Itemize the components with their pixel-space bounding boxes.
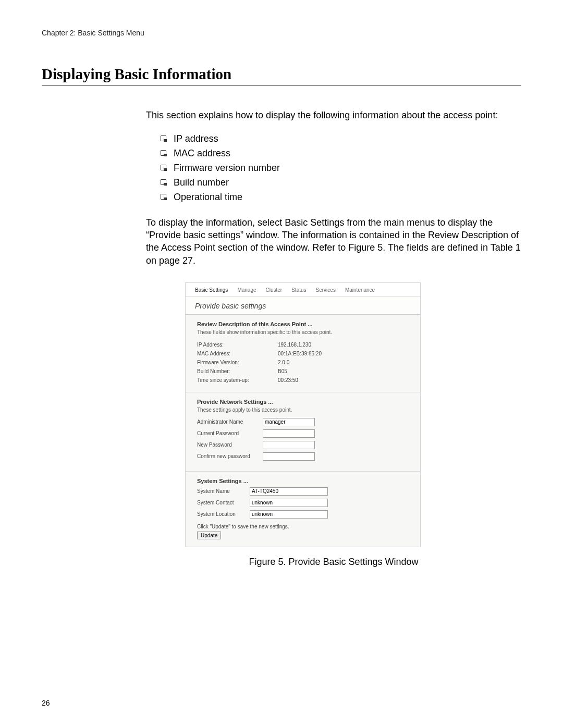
tab-basic-settings[interactable]: Basic Settings — [195, 287, 228, 293]
instruction-paragraph: To display the information, select Basic… — [146, 216, 521, 267]
build-label: Build Number: — [197, 367, 278, 376]
bullet-icon — [161, 194, 166, 200]
uptime-value: 00:23:50 — [278, 376, 298, 385]
tab-status[interactable]: Status — [291, 287, 306, 293]
mac-label: MAC Address: — [197, 349, 278, 358]
fw-value: 2.0.0 — [278, 358, 289, 367]
system-block: System Settings ... System Name System C… — [186, 472, 420, 547]
confirm-password-label: Confirm new password — [197, 453, 260, 459]
bullet-item: Operational time — [161, 190, 521, 205]
update-button[interactable]: Update — [197, 532, 221, 539]
tab-services[interactable]: Services — [316, 287, 336, 293]
bullet-icon — [161, 150, 166, 156]
tab-bar: Basic Settings Manage Cluster Status Ser… — [186, 283, 420, 297]
ip-label: IP Address: — [197, 340, 278, 349]
confirm-password-input[interactable] — [263, 452, 315, 461]
admin-name-input[interactable] — [263, 418, 315, 426]
fw-label: Firmware Version: — [197, 358, 278, 367]
admin-name-label: Administrator Name — [197, 419, 260, 425]
tab-cluster[interactable]: Cluster — [266, 287, 283, 293]
bullet-item: MAC address — [161, 146, 521, 161]
basic-settings-window: Basic Settings Manage Cluster Status Ser… — [185, 282, 421, 547]
bullet-icon — [161, 135, 166, 141]
network-block: Provide Network Settings ... These setti… — [186, 392, 420, 472]
system-location-label: System Location — [197, 511, 247, 517]
new-password-label: New Password — [197, 442, 260, 448]
bullet-text: Build number — [174, 176, 229, 190]
section-title: Displaying Basic Information — [42, 66, 521, 85]
bullet-text: Operational time — [174, 190, 242, 205]
bullet-icon — [161, 179, 166, 185]
current-password-input[interactable] — [263, 429, 315, 438]
bullet-icon — [161, 165, 166, 170]
bullet-text: Firmware version number — [174, 161, 280, 176]
build-value: B05 — [278, 367, 287, 376]
page-number: 26 — [42, 699, 50, 707]
intro-paragraph: This section explains how to display the… — [146, 109, 521, 121]
system-name-label: System Name — [197, 488, 247, 494]
system-contact-label: System Contact — [197, 500, 247, 505]
info-bullet-list: IP address MAC address Firmware version … — [161, 132, 521, 204]
chapter-header: Chapter 2: Basic Settings Menu — [42, 29, 521, 37]
current-password-label: Current Password — [197, 430, 260, 436]
system-location-input[interactable] — [250, 510, 328, 519]
new-password-input[interactable] — [263, 441, 315, 449]
bullet-text: IP address — [174, 132, 218, 146]
network-title: Provide Network Settings ... — [197, 399, 409, 405]
mac-value: 00:1A:EB:39:85:20 — [278, 349, 322, 358]
uptime-label: Time since system-up: — [197, 376, 278, 385]
bullet-item: Firmware version number — [161, 161, 521, 176]
update-hint: Click "Update" to save the new settings. — [197, 524, 409, 529]
review-title: Review Description of this Access Point … — [197, 321, 409, 327]
review-desc: These fields show information specific t… — [197, 329, 409, 335]
tab-manage[interactable]: Manage — [237, 287, 256, 293]
ip-value: 192.168.1.230 — [278, 340, 311, 349]
bullet-text: MAC address — [174, 146, 230, 161]
system-name-input[interactable] — [250, 487, 328, 496]
bullet-item: Build number — [161, 176, 521, 190]
tab-maintenance[interactable]: Maintenance — [345, 287, 375, 293]
review-block: Review Description of this Access Point … — [186, 315, 420, 392]
system-title: System Settings ... — [197, 478, 409, 484]
system-contact-input[interactable] — [250, 499, 328, 507]
network-desc: These settings apply to this access poin… — [197, 407, 409, 413]
bullet-item: IP address — [161, 132, 521, 146]
window-title: Provide basic settings — [186, 297, 420, 315]
figure-caption: Figure 5. Provide Basic Settings Window — [146, 557, 521, 567]
